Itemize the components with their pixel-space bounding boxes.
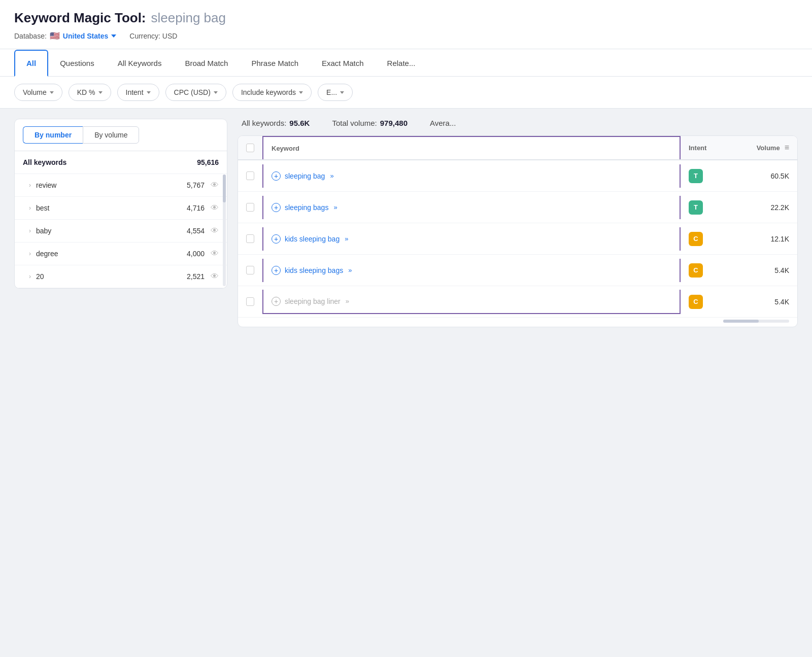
td-checkbox bbox=[238, 164, 262, 187]
keyword-arrow-icon: » bbox=[348, 266, 352, 274]
keyword-add-icon[interactable]: + bbox=[272, 203, 281, 212]
flag-icon: 🇺🇸 bbox=[50, 31, 60, 41]
volume-scrollbar-container bbox=[238, 318, 797, 327]
list-item[interactable]: › review 5,767 👁 bbox=[15, 174, 227, 197]
group-count: 4,000 bbox=[187, 250, 205, 258]
keyword-add-icon[interactable]: + bbox=[272, 171, 281, 181]
tab-all[interactable]: All bbox=[14, 50, 48, 77]
th-intent: Intent bbox=[681, 136, 731, 159]
eye-icon[interactable]: 👁 bbox=[211, 226, 219, 235]
intent-badge: T bbox=[689, 169, 703, 183]
tab-broad-match[interactable]: Broad Match bbox=[173, 50, 240, 76]
keyword-link[interactable]: kids sleeping bag » bbox=[285, 235, 348, 243]
toggle-by-volume[interactable]: By volume bbox=[83, 126, 139, 144]
page-title-main: Keyword Magic Tool: bbox=[14, 10, 146, 26]
th-volume: Volume ≡ bbox=[731, 136, 797, 159]
left-panel: By number By volume All keywords 95,616 … bbox=[14, 119, 227, 289]
filter-exclude[interactable]: E... bbox=[318, 84, 353, 101]
volume-value: 22.2K bbox=[770, 203, 789, 212]
row-chevron-icon: › bbox=[29, 182, 31, 189]
stats-row: All keywords: 95.6K Total volume: 979,48… bbox=[238, 119, 798, 127]
table-header: Keyword Intent Volume ≡ bbox=[238, 136, 797, 160]
row-checkbox[interactable] bbox=[246, 234, 254, 243]
volume-value: 12.1K bbox=[770, 235, 789, 243]
sort-icon[interactable]: ≡ bbox=[785, 143, 789, 152]
content-area: By number By volume All keywords 95,616 … bbox=[0, 109, 812, 337]
row-checkbox[interactable] bbox=[246, 266, 254, 274]
add-keyword-icon[interactable]: + bbox=[272, 234, 281, 244]
th-checkbox bbox=[238, 136, 262, 159]
group-name: baby bbox=[36, 227, 187, 235]
td-checkbox bbox=[238, 196, 262, 219]
average-stat-label: Avera... bbox=[430, 119, 456, 127]
list-item[interactable]: › degree 4,000 👁 bbox=[15, 243, 227, 265]
table-row: + sleeping bag » T 60.5K bbox=[238, 160, 797, 192]
intent-badge: C bbox=[689, 263, 703, 278]
td-intent: T bbox=[681, 162, 731, 190]
keyword-add-icon[interactable]: + bbox=[272, 234, 281, 244]
header-checkbox[interactable] bbox=[246, 144, 254, 152]
page-title-query: sleeping bag bbox=[151, 10, 226, 26]
filter-cpc[interactable]: CPC (USD) bbox=[165, 84, 226, 101]
volume-value: 5.4K bbox=[774, 266, 789, 274]
keyword-add-icon[interactable]: + bbox=[272, 266, 281, 275]
th-keyword: Keyword bbox=[262, 136, 681, 159]
td-intent: C bbox=[681, 288, 731, 316]
filter-cpc-chevron-icon bbox=[214, 91, 218, 94]
th-volume-label: Volume bbox=[757, 144, 780, 152]
filter-exclude-label: E... bbox=[326, 88, 337, 96]
filter-intent-label: Intent bbox=[126, 88, 144, 96]
filter-kd[interactable]: KD % bbox=[69, 84, 111, 101]
eye-icon[interactable]: 👁 bbox=[211, 249, 219, 258]
keyword-link[interactable]: kids sleeping bags » bbox=[285, 266, 352, 274]
td-checkbox bbox=[238, 227, 262, 250]
tab-questions[interactable]: Questions bbox=[48, 50, 106, 76]
tabs-bar: All Questions All Keywords Broad Match P… bbox=[0, 49, 812, 77]
filter-volume[interactable]: Volume bbox=[14, 84, 62, 101]
td-intent: T bbox=[681, 193, 731, 222]
right-panel: All keywords: 95.6K Total volume: 979,48… bbox=[238, 119, 798, 327]
eye-icon[interactable]: 👁 bbox=[211, 203, 219, 213]
filter-include-keywords[interactable]: Include keywords bbox=[232, 84, 312, 101]
intent-badge: C bbox=[689, 295, 703, 309]
list-item[interactable]: › 20 2,521 👁 bbox=[15, 265, 227, 288]
volume-value: 60.5K bbox=[770, 172, 789, 180]
title-row: Keyword Magic Tool: sleeping bag bbox=[14, 10, 798, 26]
row-checkbox[interactable] bbox=[246, 203, 254, 212]
keyword-add-icon[interactable]: + bbox=[272, 297, 281, 306]
row-checkbox[interactable] bbox=[246, 171, 254, 180]
group-count: 2,521 bbox=[187, 272, 205, 281]
eye-icon[interactable]: 👁 bbox=[211, 272, 219, 281]
database-selector[interactable]: United States bbox=[63, 32, 116, 40]
group-name: best bbox=[36, 204, 187, 212]
filter-intent-chevron-icon bbox=[147, 91, 151, 94]
keyword-link[interactable]: sleeping bag » bbox=[285, 172, 334, 180]
filter-include-keywords-label: Include keywords bbox=[241, 88, 296, 96]
list-item[interactable]: › baby 4,554 👁 bbox=[15, 220, 227, 243]
tab-exact-match[interactable]: Exact Match bbox=[310, 50, 376, 76]
add-keyword-icon[interactable]: + bbox=[272, 266, 281, 275]
add-keyword-icon[interactable]: + bbox=[272, 203, 281, 212]
groups-header: All keywords 95,616 bbox=[15, 151, 227, 174]
row-checkbox[interactable] bbox=[246, 297, 254, 306]
add-keyword-icon[interactable]: + bbox=[272, 297, 281, 306]
filter-intent[interactable]: Intent bbox=[117, 84, 159, 101]
eye-icon[interactable]: 👁 bbox=[211, 181, 219, 190]
tab-phrase-match[interactable]: Phrase Match bbox=[240, 50, 310, 76]
left-scrollbar bbox=[223, 175, 226, 286]
tab-all-keywords[interactable]: All Keywords bbox=[106, 50, 174, 76]
table-row: + sleeping bag liner » C 5.4K bbox=[238, 286, 797, 318]
add-keyword-icon[interactable]: + bbox=[272, 171, 281, 181]
keyword-link[interactable]: sleeping bags » bbox=[285, 203, 337, 212]
table-row: + kids sleeping bags » C 5.4K bbox=[238, 255, 797, 286]
tab-related[interactable]: Relate... bbox=[376, 50, 427, 76]
filter-volume-label: Volume bbox=[23, 88, 47, 96]
td-checkbox bbox=[238, 259, 262, 282]
left-scrollbar-thumb bbox=[223, 175, 226, 202]
keyword-link[interactable]: sleeping bag liner » bbox=[285, 297, 349, 305]
keyword-arrow-icon: » bbox=[345, 235, 348, 243]
toggle-by-number[interactable]: By number bbox=[23, 126, 83, 144]
group-toggle: By number By volume bbox=[15, 119, 227, 151]
database-chevron-icon bbox=[111, 34, 116, 38]
list-item[interactable]: › best 4,716 👁 bbox=[15, 197, 227, 220]
